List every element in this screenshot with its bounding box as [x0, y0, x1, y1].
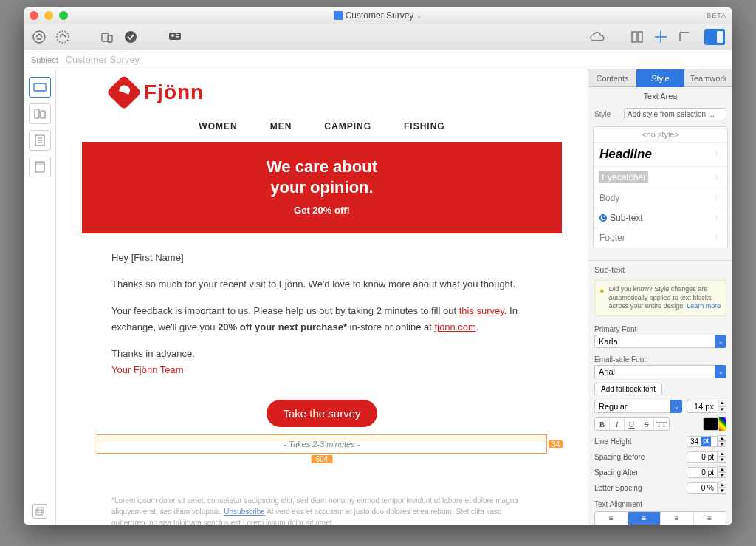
align-center-button[interactable]: ≡	[628, 512, 662, 525]
align-right-button[interactable]: ≡	[661, 512, 694, 525]
stepper-icon[interactable]: ▲▼	[718, 435, 726, 447]
nav-item[interactable]: WOMEN	[199, 121, 237, 132]
subtext-content: - Takes 2-3 minutes -	[284, 440, 360, 448]
stepper-icon[interactable]: ▲▼	[718, 466, 726, 478]
style-item-none[interactable]: <no style>	[594, 127, 727, 143]
stepper-icon[interactable]: ▲▼	[718, 451, 726, 463]
inspector-scroll[interactable]: Text Area Style Add style from selection…	[588, 87, 732, 525]
color-picker-icon[interactable]	[719, 417, 726, 431]
body-paragraph: Thanks so much for your recent visit to …	[111, 276, 532, 293]
svg-rect-8	[176, 36, 179, 38]
cta-button[interactable]: Take the survey	[267, 400, 377, 427]
case-button[interactable]: TT	[654, 418, 669, 430]
italic-button[interactable]: I	[610, 418, 625, 430]
style-item-subtext[interactable]: Sub-text〉	[594, 208, 727, 228]
unsubscribe-link[interactable]: Unsubscribe	[224, 508, 265, 516]
spacing-before-input[interactable]: 0 pt	[687, 451, 718, 463]
brand-header: Fjönn	[82, 69, 562, 111]
layers-icon[interactable]	[32, 504, 47, 519]
spacing-after-input[interactable]: 0 pt	[687, 467, 718, 478]
send-icon[interactable]	[55, 29, 71, 45]
subject-input[interactable]: Customer Survey	[66, 54, 725, 65]
body-paragraph: Your feedback is important to us. Please…	[111, 303, 532, 335]
emailsafe-font-label: Email-safe Font	[588, 352, 732, 365]
svg-point-6	[171, 34, 174, 37]
layout-1-icon[interactable]	[629, 29, 645, 45]
text-format-buttons: B I U S TT	[594, 417, 670, 431]
lightbulb-icon: ●	[599, 285, 605, 311]
font-size-input[interactable]: 14 px▲▼	[687, 400, 726, 413]
survey-link[interactable]: this survey	[459, 305, 504, 316]
toolbar-right	[589, 29, 725, 45]
mobile-view-button[interactable]	[29, 103, 51, 124]
font-weight-select[interactable]: Regular⌄	[594, 400, 682, 413]
learn-more-link[interactable]: Learn more	[687, 302, 721, 310]
align-justify-button[interactable]: ≡	[694, 512, 726, 525]
canvas[interactable]: Fjönn WOMEN MEN CAMPING FISHING We care …	[56, 69, 588, 525]
brand-name: Fjönn	[144, 81, 204, 104]
svg-point-4	[125, 31, 137, 43]
width-badge: 604	[312, 455, 333, 463]
style-selector[interactable]: Add style from selection ...	[624, 108, 726, 120]
tip-box: ● Did you know? Style changes are automa…	[594, 280, 726, 316]
letter-spacing-label: Letter Spacing	[594, 484, 687, 492]
stepper-icon[interactable]: ▲▼	[718, 482, 726, 494]
text-align-label: Text Alignment	[588, 497, 732, 510]
footer-text[interactable]: *Lorem ipsum dolor sit amet, consetetur …	[82, 454, 562, 525]
chevron-right-icon: 〉	[715, 173, 721, 182]
send-test-icon[interactable]	[31, 29, 47, 45]
tab-style[interactable]: Style	[636, 69, 684, 87]
tab-contents[interactable]: Contents	[588, 69, 636, 87]
hero-block[interactable]: We care aboutyour opinion. Get 20% off!	[82, 142, 562, 233]
chevron-down-icon: ⌄	[715, 335, 726, 348]
text-color-swatch[interactable]	[703, 417, 719, 431]
nav-item[interactable]: CAMPING	[324, 121, 371, 132]
hero-headline: We care aboutyour opinion.	[89, 157, 554, 197]
chevron-down-icon: ⌄	[670, 400, 682, 413]
svg-rect-9	[632, 32, 636, 42]
check-icon[interactable]	[123, 29, 139, 45]
text-view-button[interactable]	[29, 130, 51, 151]
emailsafe-font-select[interactable]: Arial⌄	[594, 365, 726, 378]
line-height-input[interactable]: 34pt	[687, 436, 718, 447]
inspector-toggle[interactable]	[704, 29, 725, 45]
inspector-panel: Contents Style Teamwork Text Area Style …	[588, 69, 732, 525]
svg-point-0	[33, 31, 45, 43]
style-item-body[interactable]: Body〉	[594, 188, 727, 208]
primary-font-select[interactable]: Karla⌄	[594, 335, 726, 348]
style-item-footer[interactable]: Footer〉	[594, 228, 727, 248]
svg-point-1	[57, 31, 69, 43]
style-item-headline[interactable]: Headline〉	[594, 143, 727, 167]
layout-2-icon[interactable]	[653, 29, 669, 45]
align-left-button[interactable]: ≡	[595, 512, 628, 525]
svg-rect-10	[638, 32, 642, 42]
site-link[interactable]: fjönn.com	[434, 321, 475, 332]
text-align-buttons: ≡ ≡ ≡ ≡	[594, 511, 726, 525]
structure-view-button[interactable]	[29, 157, 51, 177]
cloud-icon[interactable]	[589, 29, 605, 45]
style-list: <no style> Headline〉 Eyecatcher〉 Body〉 S…	[593, 126, 728, 248]
document-title: Customer Survey ⌄	[24, 10, 732, 21]
document-title-text: Customer Survey	[346, 10, 414, 21]
body-content[interactable]: Hey [First Name] Thanks so much for your…	[82, 233, 562, 395]
underline-button[interactable]: U	[625, 418, 639, 430]
device-preview-icon[interactable]	[99, 29, 115, 45]
tab-teamwork[interactable]: Teamwork	[684, 69, 732, 87]
email-design: Fjönn WOMEN MEN CAMPING FISHING We care …	[82, 69, 562, 525]
nav-item[interactable]: MEN	[270, 121, 292, 132]
layout-3-icon[interactable]	[676, 29, 693, 45]
nav-item[interactable]: FISHING	[404, 121, 445, 132]
selected-block[interactable]: - Takes 2-3 minutes - 604 34	[97, 434, 547, 454]
desktop-view-button[interactable]	[29, 77, 51, 98]
subsection-header: Sub-text	[588, 260, 732, 277]
chevron-down-icon[interactable]: ⌄	[416, 12, 422, 19]
strike-button[interactable]: S	[639, 418, 654, 430]
letter-spacing-input[interactable]: 0 %	[687, 482, 718, 494]
chevron-right-icon: 〉	[715, 194, 721, 203]
stepper-icon[interactable]: ▲▼	[718, 400, 726, 413]
add-fallback-button[interactable]: Add fallback font	[594, 383, 662, 395]
style-item-eyecatcher[interactable]: Eyecatcher〉	[594, 167, 727, 188]
recipients-icon[interactable]	[167, 29, 183, 45]
subject-bar: Subject Customer Survey	[24, 50, 732, 69]
bold-button[interactable]: B	[595, 418, 610, 430]
